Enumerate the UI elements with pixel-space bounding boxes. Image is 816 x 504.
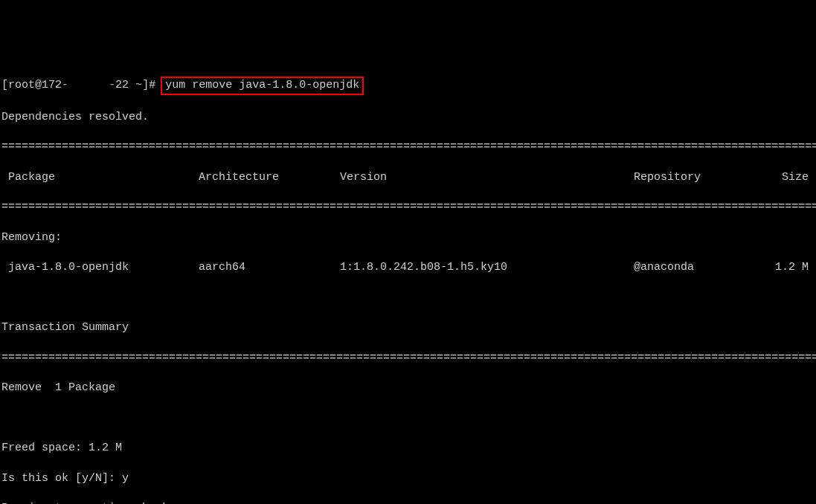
header-repo: Repository [634, 170, 768, 185]
header-size: Size [768, 170, 815, 185]
divider: ========================================… [1, 140, 815, 155]
running-check: Running transaction check [1, 501, 815, 504]
table-header: PackageArchitectureVersionRepositorySize [1, 170, 815, 185]
cell-package: java-1.8.0-openjdk [1, 260, 199, 275]
remove-count: Remove 1 Package [1, 381, 815, 395]
blank-line [1, 411, 815, 426]
confirm-prompt[interactable]: Is this ok [y/N]: y [1, 471, 815, 486]
header-arch: Architecture [199, 170, 340, 185]
redacted-host: 17-227 [68, 79, 109, 91]
divider: ========================================… [1, 351, 815, 366]
deps-resolved: Dependencies resolved. [1, 110, 815, 125]
section-removing: Removing: [1, 230, 815, 245]
header-package: Package [1, 170, 199, 185]
cell-size: 1.2 M [768, 260, 815, 275]
prompt-line-1[interactable]: [root@172-17-227-22 ~]# yum remove java-… [1, 77, 815, 94]
freed-space: Freed space: 1.2 M [1, 441, 815, 456]
transaction-summary: Transaction Summary [1, 320, 815, 335]
cell-arch: aarch64 [199, 260, 340, 275]
header-version: Version [340, 170, 634, 185]
blank-line [1, 291, 815, 306]
table-row: java-1.8.0-openjdkaarch641:1.8.0.242.b08… [1, 260, 815, 275]
terminal-output: [root@172-17-227-22 ~]# yum remove java-… [1, 62, 815, 504]
prompt-prefix: [root@172-17-227-22 ~]# [1, 79, 162, 91]
cell-version: 1:1.8.0.242.b08-1.h5.ky10 [340, 260, 634, 275]
cell-repo: @anaconda [634, 260, 768, 275]
command-highlight: yum remove java-1.8.0-openjdk [161, 77, 364, 94]
divider: ========================================… [1, 200, 815, 215]
